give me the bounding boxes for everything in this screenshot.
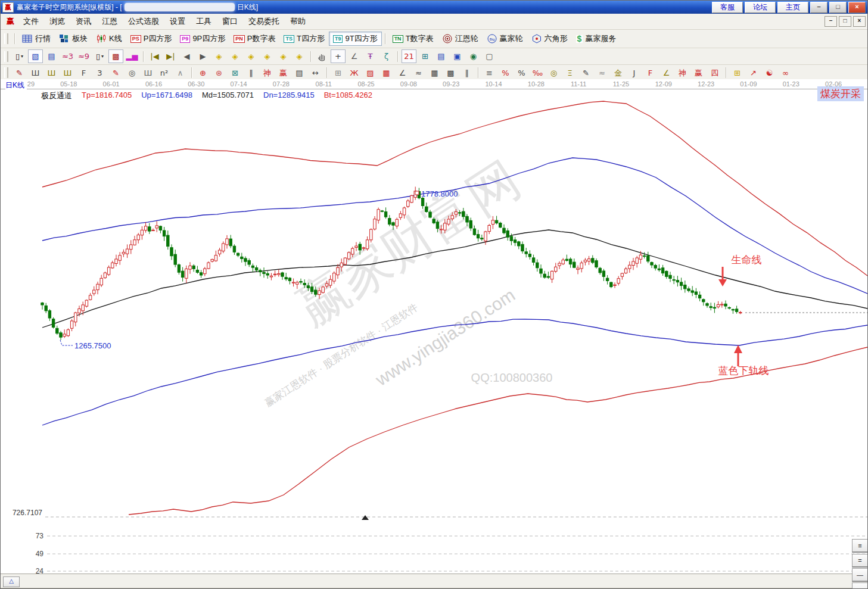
child-close-button[interactable]: × xyxy=(853,16,866,27)
next-bar-button[interactable]: ▶ xyxy=(195,49,210,63)
volume-bars-button[interactable]: ▂▅ xyxy=(125,49,139,63)
gold-lines-button[interactable]: Ξ xyxy=(562,66,577,80)
crosshair-button[interactable]: + xyxy=(331,49,346,63)
map-region-button[interactable]: ▩ xyxy=(108,49,123,63)
sectors-button[interactable]: 板块 xyxy=(55,32,92,46)
t9-square-button[interactable]: T99T四方形 xyxy=(329,32,382,46)
gann-box-web-button[interactable]: ⊠ xyxy=(228,66,242,80)
n-square-ruler-button[interactable]: n² xyxy=(157,66,172,80)
taiji-button[interactable]: ☯ xyxy=(762,66,777,80)
export-net-button[interactable]: ◉ xyxy=(466,49,481,63)
cycle-circle-button[interactable]: ◎ xyxy=(125,66,139,80)
p-number-table-button[interactable]: PNP数字表 xyxy=(229,32,279,46)
homepage-button[interactable]: 主页 xyxy=(777,2,808,13)
expand-all-diamond-button[interactable]: ◈ xyxy=(276,49,291,63)
expand-x-diamond-button[interactable]: ◈ xyxy=(244,49,259,63)
zoom-out-x-diamond-button[interactable]: ◈ xyxy=(211,49,226,63)
price-ruler-button[interactable]: Ш xyxy=(28,66,43,80)
quotes-button[interactable]: 行情 xyxy=(18,32,55,46)
three-ruler-button[interactable]: 3 xyxy=(92,66,107,80)
hexagon-button[interactable]: 六角形 xyxy=(527,32,572,46)
menu-item-交易委托[interactable]: 交易委托 xyxy=(243,14,285,29)
fib-ruler-button[interactable]: F xyxy=(76,66,91,80)
fan-box-button[interactable]: ▨ xyxy=(363,66,378,80)
percent-slant-button[interactable]: % xyxy=(498,66,513,80)
gann-web-button[interactable]: ⊛ xyxy=(211,66,226,80)
ying-angle-button[interactable]: 赢 xyxy=(691,66,706,80)
parallel-lines-button[interactable]: ∥ xyxy=(459,66,474,80)
p-square-button[interactable]: PSP四方形 xyxy=(126,32,176,46)
gold-circle-button[interactable]: ◎ xyxy=(546,66,561,80)
scroll-left-button[interactable]: △ xyxy=(3,576,20,587)
infinity-button[interactable]: ∞ xyxy=(778,66,793,80)
t-square-button[interactable]: TST四方形 xyxy=(279,32,328,46)
percent-lines-button[interactable]: ‰ xyxy=(530,66,545,80)
gold-underline-button[interactable]: 金 xyxy=(611,66,626,80)
child-minimize-button[interactable]: – xyxy=(825,16,837,27)
close-button[interactable]: × xyxy=(848,2,866,13)
wave-3-button[interactable]: ≈3 xyxy=(60,49,75,63)
price-scale-button[interactable]: ≡ xyxy=(482,66,497,80)
ying-ruler-button[interactable]: 赢 xyxy=(276,66,291,80)
prev-bar-button[interactable]: ◀ xyxy=(179,49,194,63)
splitter-handle-button[interactable]: ▪ xyxy=(852,582,868,589)
workstation-button[interactable]: ▢ xyxy=(482,49,497,63)
menu-item-江恩[interactable]: 江恩 xyxy=(97,14,123,29)
grid-dark-2-button[interactable]: ▩ xyxy=(443,66,458,80)
customer-service-button[interactable]: 客服 xyxy=(712,2,743,13)
shen-ruler-button[interactable]: 神 xyxy=(260,66,275,80)
square-frame-button[interactable]: ⊞ xyxy=(331,66,346,80)
menu-item-设置[interactable]: 设置 xyxy=(164,14,191,29)
memo-button[interactable]: ▤ xyxy=(434,49,449,63)
calculator-button[interactable]: ⊞ xyxy=(418,49,433,63)
menu-item-资讯[interactable]: 资讯 xyxy=(70,14,97,29)
draw-pencil-button[interactable]: ✎ xyxy=(12,66,27,80)
menu-item-浏览[interactable]: 浏览 xyxy=(44,14,70,29)
gold-angle-button[interactable]: ∠ xyxy=(659,66,674,80)
restore-button[interactable]: □ xyxy=(829,2,847,13)
menu-item-帮助[interactable]: 帮助 xyxy=(285,14,311,29)
angle-measure-button[interactable]: ∠ xyxy=(347,49,362,63)
menu-item-工具[interactable]: 工具 xyxy=(191,14,217,29)
reset-scale-diamond-button[interactable]: ◈ xyxy=(292,49,307,63)
child-restore-button[interactable]: □ xyxy=(839,16,851,27)
info-panel-button[interactable]: ▤ xyxy=(44,49,59,63)
f-angle-button[interactable]: F xyxy=(643,66,658,80)
pan-hand-button[interactable] xyxy=(315,49,329,63)
menu-item-公式选股[interactable]: 公式选股 xyxy=(123,14,164,29)
grid-dark-button[interactable]: ▦ xyxy=(427,66,442,80)
p9-square-button[interactable]: P99P四方形 xyxy=(176,32,229,46)
ray-fan-button[interactable]: Ж xyxy=(347,66,362,80)
menu-item-文件[interactable]: 文件 xyxy=(18,14,44,29)
zoom-region-button[interactable]: ▧ xyxy=(28,49,43,63)
wave-band-button[interactable]: ≈ xyxy=(595,66,609,80)
spiral-tool-button[interactable]: ζ xyxy=(379,49,394,63)
wave-9-button[interactable]: ≈9 xyxy=(76,49,91,63)
four-angle-button[interactable]: 四 xyxy=(707,66,722,80)
winner-service-button[interactable]: $赢家服务 xyxy=(572,32,621,46)
gann-crosshair-button[interactable]: ⊕ xyxy=(195,66,210,80)
angle-mirror-button[interactable]: ∧ xyxy=(173,66,188,80)
gann-t-tool-button[interactable]: Ŧ xyxy=(363,49,378,63)
save-button[interactable]: ▣ xyxy=(450,49,465,63)
two-panels-button[interactable]: = xyxy=(852,554,868,568)
zoom-in-x-diamond-button[interactable]: ◈ xyxy=(228,49,242,63)
last-page-button[interactable]: ▶| xyxy=(163,49,178,63)
numbered-ruler-button[interactable]: ▤ xyxy=(292,66,307,80)
t-number-table-button[interactable]: TNT数字表 xyxy=(388,32,438,46)
calendar-button[interactable]: 21 xyxy=(402,49,416,63)
kline-period-button[interactable]: ▯▾ xyxy=(12,49,27,63)
bottom-scrollbar[interactable]: △ xyxy=(1,574,867,589)
forum-button[interactable]: 论坛 xyxy=(745,2,776,13)
gold-ruler-button[interactable]: Ш xyxy=(44,66,59,80)
one-panel-button[interactable]: — xyxy=(852,568,868,582)
kline-chart-canvas[interactable]: 赢家财富网赢家江恩软件 · 股票分析软件 · 江恩软件www.yingjia36… xyxy=(1,79,867,574)
candle-style-button[interactable]: ▯▾ xyxy=(92,49,107,63)
compress-x-diamond-button[interactable]: ◈ xyxy=(260,49,275,63)
swing-marks-button[interactable]: ‖ xyxy=(244,66,259,80)
kline-button[interactable]: K线 xyxy=(92,32,126,46)
winner-wheel-button[interactable]: Big赢家轮 xyxy=(483,32,527,46)
span-arrows-button[interactable]: ↔ xyxy=(308,66,323,80)
j-angle-button[interactable]: J xyxy=(627,66,642,80)
angle-lines-button[interactable]: ∠ xyxy=(395,66,410,80)
